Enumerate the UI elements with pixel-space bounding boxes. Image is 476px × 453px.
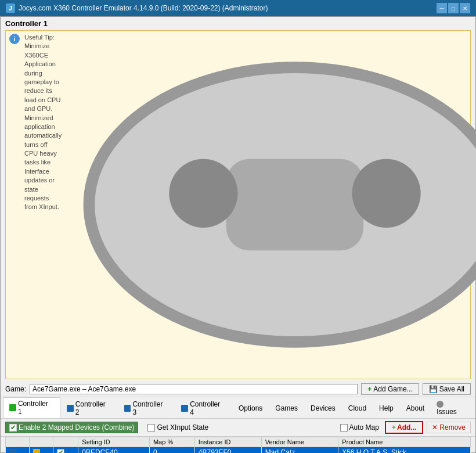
- svg-point-3: [352, 159, 421, 228]
- tab-about[interactable]: About: [400, 402, 431, 414]
- svg-rect-1: [226, 159, 363, 251]
- header-title: Controller 1: [5, 19, 471, 28]
- svg-point-2: [170, 159, 238, 228]
- app-window: J Jocys.com X360 Controller Emulator 4.1…: [0, 0, 476, 453]
- save-all-button[interactable]: 💾 Save All: [423, 383, 471, 395]
- title-bar: J Jocys.com X360 Controller Emulator 4.1…: [0, 0, 476, 16]
- enable-mapped-devices-checkbox[interactable]: ✔ Enable 2 Mapped Devices (Combine): [5, 422, 138, 433]
- col-header-instance: Instance ID: [194, 437, 261, 447]
- title-bar-title: Jocys.com X360 Controller Emulator 4.14.…: [19, 4, 268, 12]
- row1-blue-icon: [9, 449, 16, 453]
- col-header-1: [6, 437, 30, 447]
- tab-bar: Controller 1 Controller 2 Controller 3 C…: [1, 397, 475, 419]
- remove-button[interactable]: ✕ Remove: [427, 422, 471, 433]
- row1-yellow-icon: [33, 449, 40, 453]
- tab-icon-controller1: [9, 404, 16, 411]
- xinput-state-checkbox[interactable]: Get XInput State: [147, 423, 208, 432]
- remove-x-icon: ✕: [432, 423, 438, 432]
- add-plus-icon: +: [392, 423, 396, 432]
- xinput-checkbox-box: [147, 424, 155, 432]
- device-table: Setting ID Map % Instance ID Vendor Name…: [5, 437, 471, 453]
- col-header-map: Map %: [149, 437, 194, 447]
- row1-product: X56 H.O.T.A.S. Stick: [338, 447, 471, 454]
- controller-decorative-icon: [66, 33, 476, 376]
- row1-vendor: Mad Catz: [261, 447, 338, 454]
- col-header-product: Product Name: [338, 437, 471, 447]
- tab-issues[interactable]: Issues: [431, 398, 473, 418]
- device-table-container: Setting ID Map % Instance ID Vendor Name…: [1, 437, 475, 453]
- tip-bar: i Useful Tip: Minimize X360CE Applicatio…: [5, 30, 471, 379]
- game-bar: Game: + Add Game... 💾 Save All: [1, 382, 475, 397]
- checkbox-icon: ✔: [9, 424, 17, 432]
- main-window: Controller 1 i Useful Tip: Minimize X360…: [0, 16, 476, 453]
- col-header-setting-id: Setting ID: [78, 437, 150, 447]
- tab-devices[interactable]: Devices: [304, 402, 342, 414]
- header: Controller 1 i Useful Tip: Minimize X360…: [1, 17, 475, 382]
- title-bar-left: J Jocys.com X360 Controller Emulator 4.1…: [6, 3, 268, 13]
- maximize-button[interactable]: □: [448, 3, 459, 13]
- automap-checkbox-box: [340, 424, 348, 432]
- row1-icon1: [6, 447, 30, 454]
- game-label: Game:: [5, 385, 26, 393]
- tab-controller1[interactable]: Controller 1: [3, 397, 60, 418]
- app-icon: J: [6, 3, 15, 13]
- col-header-3: [53, 437, 78, 447]
- row1-check: ✔: [53, 447, 78, 454]
- plus-icon: +: [367, 385, 372, 393]
- tab-help[interactable]: Help: [373, 402, 400, 414]
- tab-controller4[interactable]: Controller 4: [175, 398, 232, 418]
- tab-icon-controller3: [124, 405, 131, 412]
- tip-text: Useful Tip: Minimize X360CE Application …: [24, 33, 62, 212]
- tab-options[interactable]: Options: [232, 402, 269, 414]
- game-input[interactable]: [30, 384, 358, 394]
- tab-cloud[interactable]: Cloud: [342, 402, 373, 414]
- tab-controller2[interactable]: Controller 2: [60, 398, 118, 418]
- col-header-2: [30, 437, 53, 447]
- save-icon: 💾: [429, 385, 438, 393]
- row1-map: 0: [149, 447, 194, 454]
- issues-indicator: [437, 401, 443, 408]
- controller-row: ✔ Enable 2 Mapped Devices (Combine) Get …: [5, 421, 471, 434]
- title-bar-controls: ─ □ ✕: [437, 3, 470, 13]
- controller-area: ✔ Enable 2 Mapped Devices (Combine) Get …: [1, 419, 475, 437]
- tip-icon: i: [9, 34, 20, 44]
- tab-icon-controller2: [67, 405, 74, 412]
- row1-setting-id: 0BEDCE40: [78, 447, 150, 454]
- add-game-button[interactable]: + Add Game...: [361, 383, 419, 395]
- row1-icon2: [30, 447, 53, 454]
- add-button[interactable]: + Add...: [385, 421, 423, 434]
- tab-controller3[interactable]: Controller 3: [118, 398, 175, 418]
- tab-games[interactable]: Games: [269, 402, 304, 414]
- minimize-button[interactable]: ─: [437, 3, 447, 13]
- col-header-vendor: Vendor Name: [261, 437, 338, 447]
- close-button[interactable]: ✕: [460, 3, 470, 13]
- tab-icon-controller4: [181, 405, 188, 412]
- automap-checkbox[interactable]: Auto Map: [340, 423, 379, 432]
- table-row[interactable]: ✔ 0BEDCE40 0 4B793EF0 Mad Catz X56 H.O.T…: [6, 447, 471, 454]
- row1-instance: 4B793EF0: [194, 447, 261, 454]
